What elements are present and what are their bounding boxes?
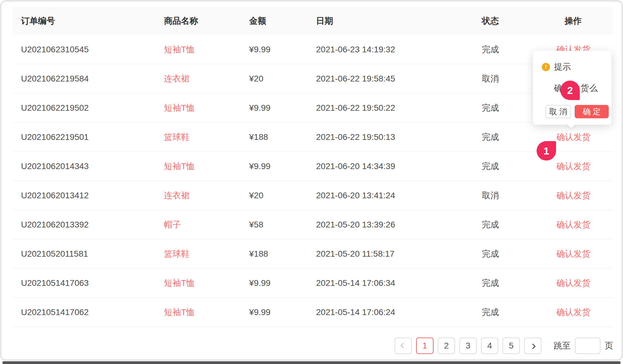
cell-amount: ¥20 (249, 191, 316, 200)
page-unit-label: 页 (605, 340, 613, 352)
table-row: U2021052011581 篮球鞋 ¥188 2021-05-20 11:58… (13, 239, 613, 269)
cell-amount: ¥9.99 (249, 278, 316, 288)
cell-status: 完成 (482, 277, 556, 289)
column-header-date: 日期 (316, 15, 482, 27)
product-link[interactable]: 篮球鞋 (164, 131, 249, 143)
page-button-5[interactable]: 5 (503, 338, 520, 354)
product-link[interactable]: 篮球鞋 (164, 248, 249, 260)
cell-order-no: U2021062014343 (13, 161, 164, 171)
confirm-ship-link[interactable]: 确认发货 (556, 278, 590, 288)
cell-date: 2021-05-14 17:06:34 (316, 278, 482, 288)
cell-action: 确认发货 (556, 190, 613, 201)
cell-amount: ¥9.99 (249, 45, 316, 54)
cell-action: 确认发货 (556, 131, 613, 143)
cell-action: 确认发货 (556, 161, 613, 172)
cell-date: 2021-05-20 11:58:17 (316, 249, 482, 259)
cell-amount: ¥188 (249, 249, 316, 259)
confirm-ship-link[interactable]: 确认发货 (556, 132, 590, 142)
cell-order-no: U2021062013392 (13, 220, 164, 230)
cell-amount: ¥9.99 (249, 161, 316, 171)
cell-date: 2021-06-22 19:50:13 (316, 132, 482, 142)
confirm-ship-link[interactable]: 确认发货 (556, 220, 590, 229)
cell-amount: ¥9.99 (249, 103, 316, 113)
cell-amount: ¥58 (249, 220, 316, 230)
cell-amount: ¥9.99 (249, 307, 316, 317)
page-button-3[interactable]: 3 (459, 338, 477, 354)
chevron-left-icon (400, 342, 406, 348)
popconfirm-title: 提示 (554, 61, 571, 73)
cell-date: 2021-06-23 14:19:32 (316, 45, 482, 54)
table-header-row: 订单编号 商品名称 金额 日期 状态 操作 (13, 7, 613, 35)
annotation-badge-1: 1 (537, 141, 556, 161)
product-link[interactable]: 帽子 (164, 219, 249, 231)
column-header-action: 操作 (556, 15, 613, 27)
table-row: U2021062219584 连衣裙 ¥20 2021-06-22 19:58:… (13, 64, 613, 93)
table-row: U2021062219501 篮球鞋 ¥188 2021-06-22 19:50… (13, 123, 613, 152)
product-link[interactable]: 短袖T恤 (164, 277, 249, 289)
cell-action: 确认发货 (556, 219, 613, 231)
cell-date: 2021-06-22 19:58:45 (316, 74, 482, 84)
annotation-badge-2: 2 (560, 81, 580, 100)
cell-date: 2021-06-22 19:50:22 (316, 103, 482, 113)
column-header-status: 状态 (482, 15, 556, 27)
confirm-ship-link[interactable]: 确认发货 (556, 249, 590, 258)
product-link[interactable]: 短袖T恤 (164, 161, 249, 172)
cell-date: 2021-05-20 13:39:26 (316, 220, 482, 230)
cell-action: 确认发货 (556, 248, 613, 260)
screen: 订单编号 商品名称 金额 日期 状态 操作 U2021062310545 短袖T… (0, 0, 623, 364)
product-link[interactable]: 短袖T恤 (164, 307, 249, 318)
cell-status: 取消 (482, 190, 556, 201)
cell-date: 2021-06-20 14:34:39 (316, 161, 482, 171)
confirm-ship-link[interactable]: 确认发货 (556, 191, 590, 200)
cell-order-no: U2021062310545 (13, 45, 164, 54)
popconfirm-header: ! 提示 (542, 61, 571, 73)
product-link[interactable]: 连衣裙 (164, 190, 249, 201)
cell-order-no: U2021062219584 (13, 74, 164, 84)
cell-date: 2021-06-20 13:41:24 (316, 191, 482, 200)
pagination: 12345 跳至 页 (395, 338, 613, 354)
column-header-amount: 金额 (249, 15, 316, 27)
jump-page-input[interactable] (575, 338, 600, 354)
column-header-product: 商品名称 (164, 15, 249, 27)
cell-status: 完成 (482, 307, 556, 318)
cell-order-no: U2021062219502 (13, 103, 164, 113)
next-page-button[interactable] (524, 338, 541, 354)
jump-to-label: 跳至 (554, 340, 571, 352)
orders-window: 订单编号 商品名称 金额 日期 状态 操作 U2021062310545 短袖T… (1, 1, 622, 360)
chevron-right-icon (530, 343, 535, 349)
warning-icon: ! (542, 63, 550, 71)
cell-status: 完成 (482, 248, 556, 260)
cell-order-no: U2021062219501 (13, 132, 164, 142)
table-body: U2021062310545 短袖T恤 ¥9.99 2021-06-23 14:… (13, 35, 613, 327)
table-row: U2021051417062 短袖T恤 ¥9.99 2021-05-14 17:… (13, 298, 613, 327)
cell-order-no: U2021051417062 (13, 307, 164, 317)
prev-page-button[interactable] (395, 338, 412, 354)
table-row: U2021062013392 帽子 ¥58 2021-05-20 13:39:2… (13, 210, 613, 239)
cell-status: 完成 (482, 161, 556, 172)
table-row: U2021062013412 连衣裙 ¥20 2021-06-20 13:41:… (13, 181, 613, 210)
product-link[interactable]: 短袖T恤 (164, 44, 249, 55)
page-button-4[interactable]: 4 (481, 338, 498, 354)
confirm-ship-link[interactable]: 确认发货 (556, 307, 590, 317)
product-link[interactable]: 连衣裙 (164, 73, 249, 85)
table-row: U2021062310545 短袖T恤 ¥9.99 2021-06-23 14:… (13, 35, 613, 64)
table-row: U2021051417063 短袖T恤 ¥9.99 2021-05-14 17:… (13, 269, 613, 298)
cell-date: 2021-05-14 17:06:24 (316, 307, 482, 317)
cell-action: 确认发货 (556, 277, 613, 289)
cell-order-no: U2021051417063 (13, 278, 164, 288)
table-row: U2021062014343 短袖T恤 ¥9.99 2021-06-20 14:… (13, 152, 613, 181)
cell-order-no: U2021052011581 (13, 249, 164, 259)
page-button-2[interactable]: 2 (438, 338, 455, 354)
confirm-ship-link[interactable]: 确认发货 (556, 161, 590, 171)
cancel-button[interactable]: 取 消 (545, 105, 571, 118)
page-button-1[interactable]: 1 (416, 338, 433, 354)
confirm-button[interactable]: 确 定 (575, 105, 609, 118)
cell-action: 确认发货 (556, 307, 613, 318)
popconfirm-buttons: 取 消 确 定 (545, 105, 609, 118)
orders-table: 订单编号 商品名称 金额 日期 状态 操作 U2021062310545 短袖T… (13, 7, 613, 327)
cell-status: 完成 (482, 219, 556, 231)
column-header-order-no: 订单编号 (13, 15, 164, 27)
cell-amount: ¥20 (249, 74, 316, 84)
table-row: U2021062219502 短袖T恤 ¥9.99 2021-06-22 19:… (13, 93, 613, 123)
product-link[interactable]: 短袖T恤 (164, 102, 249, 114)
